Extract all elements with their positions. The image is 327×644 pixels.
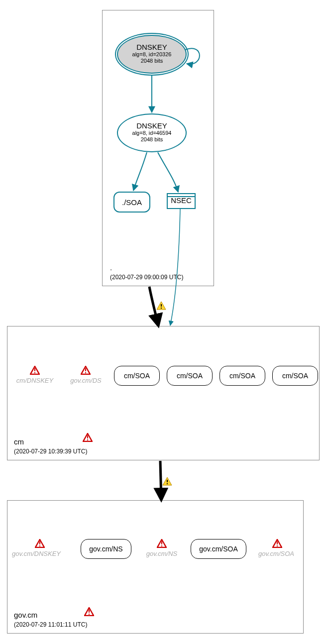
svg-rect-9 xyxy=(87,439,88,440)
cm-ds-bogus-text: gov.cm/DS xyxy=(67,377,105,384)
root-soa: ./SOA xyxy=(113,192,150,213)
root-ksk: DNSKEY alg=8, id=20326 2048 bits xyxy=(117,35,187,74)
root-ksk-alg: alg=8, id=20326 xyxy=(118,51,186,58)
svg-rect-4 xyxy=(34,368,35,371)
svg-rect-14 xyxy=(277,541,278,544)
root-nsec: NSEC xyxy=(167,193,196,209)
zone-root-label: . xyxy=(110,263,112,272)
svg-rect-16 xyxy=(89,610,90,613)
svg-rect-13 xyxy=(161,545,162,546)
error-icon xyxy=(157,539,167,548)
svg-rect-7 xyxy=(85,372,86,373)
zone-cm-label: cm xyxy=(14,437,24,446)
zone-root-ts: (2020-07-29 09:00:09 UTC) xyxy=(110,274,183,281)
svg-rect-10 xyxy=(39,541,40,544)
root-ksk-bits: 2048 bits xyxy=(118,58,186,64)
svg-rect-11 xyxy=(39,545,40,546)
svg-rect-15 xyxy=(277,545,278,546)
gov-ns: gov.cm/NS xyxy=(81,539,131,559)
gov-ns-bogus-text: gov.cm/NS xyxy=(142,550,182,557)
error-icon xyxy=(83,433,93,442)
svg-rect-2 xyxy=(167,480,168,482)
svg-rect-0 xyxy=(161,304,162,307)
svg-rect-17 xyxy=(89,614,90,615)
error-icon xyxy=(84,607,94,616)
cm-soa-2: cm/SOA xyxy=(167,366,213,386)
warn-icon xyxy=(162,477,172,486)
zone-gov-label: gov.cm xyxy=(14,611,37,619)
zone-cm: cm (2020-07-29 10:39:39 UTC) xyxy=(7,326,320,460)
cm-soa-4: cm/SOA xyxy=(272,366,318,386)
zone-cm-ts: (2020-07-29 10:39:39 UTC) xyxy=(14,448,87,455)
zone-gov-ts: (2020-07-29 11:01:11 UTC) xyxy=(14,621,87,628)
svg-rect-3 xyxy=(167,483,168,484)
gov-soa: gov.cm/SOA xyxy=(191,539,246,559)
svg-rect-6 xyxy=(85,368,86,371)
zone-gov: gov.cm (2020-07-29 11:01:11 UTC) xyxy=(7,500,304,634)
cm-soa-3: cm/SOA xyxy=(219,366,265,386)
cm-dnskey-bogus-text: cm/DNSKEY xyxy=(15,377,55,384)
svg-rect-5 xyxy=(34,372,35,373)
error-icon xyxy=(35,539,45,548)
root-zsk-bits: 2048 bits xyxy=(118,136,186,143)
root-zsk-title: DNSKEY xyxy=(118,121,186,130)
root-ksk-title: DNSKEY xyxy=(118,43,186,51)
warn-icon xyxy=(156,301,166,310)
svg-rect-8 xyxy=(87,435,88,438)
cm-soa-1: cm/SOA xyxy=(114,366,160,386)
svg-rect-12 xyxy=(161,541,162,544)
error-icon xyxy=(272,539,282,548)
error-icon xyxy=(81,366,91,375)
gov-dnskey-bogus-text: gov.cm/DNSKEY xyxy=(11,550,61,557)
root-zsk-alg: alg=8, id=46594 xyxy=(118,130,186,136)
root-zsk: DNSKEY alg=8, id=46594 2048 bits xyxy=(117,113,187,152)
error-icon xyxy=(30,366,40,375)
gov-soa-bogus-text: gov.cm/SOA xyxy=(254,550,299,557)
svg-rect-1 xyxy=(161,308,162,309)
